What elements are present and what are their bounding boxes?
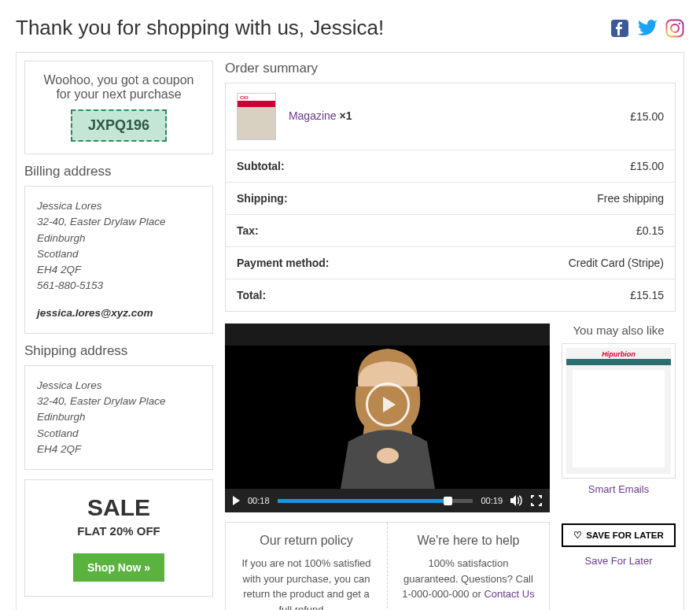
fullscreen-icon[interactable] — [531, 495, 542, 506]
shipping-region: Scotland — [37, 426, 201, 442]
contact-us-link[interactable]: Contact Us — [484, 588, 534, 600]
item-name[interactable]: Magazine — [289, 109, 337, 122]
shipping-address: Jessica Lores 32-40, Easter Drylaw Place… — [24, 365, 213, 470]
shipping-heading: Shipping address — [24, 343, 213, 359]
sale-panel: SALE FLAT 20% OFF Shop Now » — [24, 479, 213, 597]
video-current-time: 00:18 — [248, 496, 270, 505]
subtotal-label: Subtotal: — [226, 150, 468, 183]
info-columns: Our return policy If you are not 100% sa… — [225, 522, 550, 610]
billing-city: Edinburgh — [37, 231, 201, 246]
facebook-icon[interactable] — [610, 19, 629, 38]
video-progress-bar[interactable] — [278, 499, 473, 503]
video-player[interactable]: 00:18 00:19 — [225, 323, 550, 512]
return-policy-title: Our return policy — [240, 534, 373, 548]
tax-value: £0.15 — [468, 215, 675, 247]
return-policy-text: If you are not 100% satisfied with your … — [240, 556, 373, 610]
billing-postcode: EH4 2QF — [37, 262, 201, 278]
video-duration: 00:19 — [481, 496, 503, 505]
shipping-postcode: EH4 2QF — [37, 442, 201, 457]
order-heading: Order summary — [225, 61, 676, 76]
svg-point-5 — [377, 448, 399, 464]
shipping-value: Free shipping — [468, 183, 675, 215]
svg-point-3 — [679, 22, 681, 24]
billing-email: jessica.lores@xyz.com — [37, 305, 201, 321]
recommendation-card[interactable]: Hipurbion — [562, 343, 676, 479]
item-price: £15.00 — [468, 83, 675, 150]
order-summary-panel: Magazine ×1 £15.00 Subtotal:£15.00 Shipp… — [225, 83, 676, 312]
order-item-row: Magazine ×1 £15.00 — [226, 83, 675, 150]
page-title: Thank you for shopping with us, Jessica! — [16, 16, 384, 40]
svg-point-2 — [671, 24, 679, 32]
shipping-name: Jessica Lores — [37, 378, 201, 394]
volume-icon[interactable] — [510, 495, 523, 506]
play-overlay-icon[interactable] — [366, 383, 410, 427]
billing-region: Scotland — [37, 246, 201, 262]
billing-address: Jessica Lores 32-40, Easter Drylaw Place… — [24, 186, 213, 334]
recommendation-label[interactable]: Smart Emails — [562, 483, 676, 495]
svg-rect-1 — [667, 20, 683, 36]
social-links — [610, 19, 684, 38]
tax-label: Tax: — [226, 215, 468, 247]
shipping-label: Shipping: — [226, 183, 468, 215]
coupon-code[interactable]: JXPQ196 — [71, 109, 167, 142]
save-for-later-label[interactable]: Save For Later — [562, 555, 676, 567]
billing-line1: 32-40, Easter Drylaw Place — [37, 214, 201, 230]
instagram-icon[interactable] — [665, 19, 684, 38]
item-thumbnail — [237, 93, 276, 140]
shipping-line1: 32-40, Easter Drylaw Place — [37, 394, 201, 409]
total-value: £15.15 — [468, 279, 675, 312]
shipping-city: Edinburgh — [37, 409, 201, 425]
billing-name: Jessica Lores — [37, 198, 201, 214]
item-qty: ×1 — [339, 109, 352, 122]
help-title: We're here to help — [402, 534, 535, 548]
sale-title: SALE — [37, 494, 201, 521]
heart-icon: ♡ — [573, 530, 582, 541]
twitter-icon[interactable] — [637, 20, 658, 37]
main-container: Woohoo, you got a coupon for your next p… — [16, 52, 684, 610]
play-button-icon[interactable] — [233, 496, 240, 505]
video-controls: 00:18 00:19 — [225, 489, 550, 512]
recommendations-aside: You may also like Hipurbion Smart Emails… — [562, 323, 676, 610]
subtotal-value: £15.00 — [468, 150, 675, 183]
recommendation-image: Hipurbion — [566, 348, 671, 474]
aside-heading: You may also like — [562, 323, 676, 337]
coupon-panel: Woohoo, you got a coupon for your next p… — [24, 61, 213, 154]
billing-phone: 561-880-5153 — [37, 278, 201, 294]
sale-subtitle: FLAT 20% OFF — [37, 524, 201, 538]
save-for-later-button[interactable]: ♡ SAVE FOR LATER — [562, 523, 676, 547]
billing-heading: Billing address — [24, 164, 213, 179]
total-label: Total: — [226, 279, 468, 312]
coupon-message: Woohoo, you got a coupon for your next p… — [37, 73, 201, 102]
payment-label: Payment method: — [226, 247, 468, 279]
payment-value: Credit Card (Stripe) — [468, 247, 675, 279]
shop-now-button[interactable]: Shop Now » — [73, 553, 164, 582]
save-button-text: SAVE FOR LATER — [586, 531, 664, 540]
